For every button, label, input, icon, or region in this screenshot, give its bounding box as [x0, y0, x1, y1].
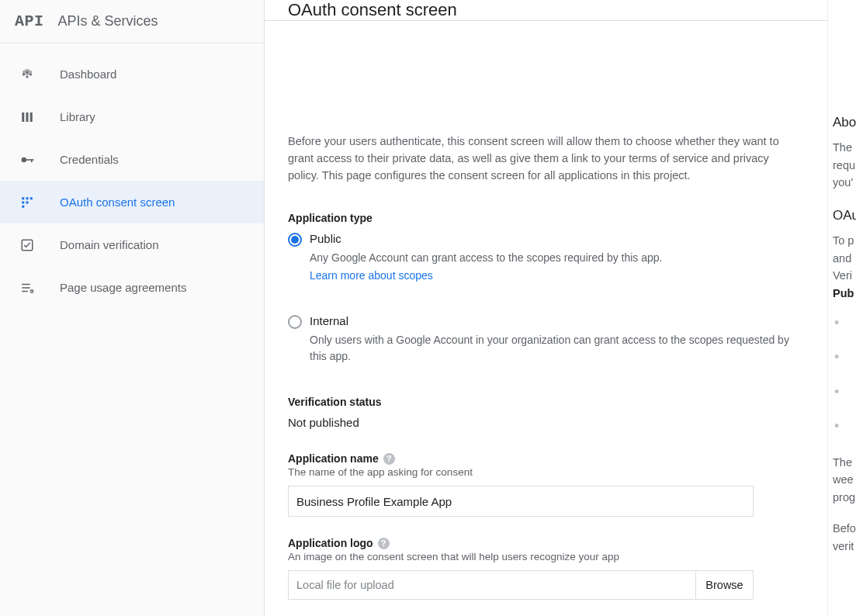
svg-rect-9: [31, 159, 33, 162]
svg-rect-8: [26, 159, 33, 161]
svg-rect-14: [26, 201, 29, 203]
sidebar-item-page-usage-agreements[interactable]: Page usage agreements: [0, 266, 264, 309]
nav-label: Credentials: [60, 153, 119, 166]
intro-text: Before your users authenticate, this con…: [288, 133, 800, 184]
info-bullet: [833, 316, 856, 333]
radio-internal[interactable]: [288, 315, 302, 329]
svg-rect-13: [22, 201, 24, 203]
svg-point-1: [26, 71, 29, 73]
info-bullet-list: [833, 316, 856, 437]
key-icon: [18, 151, 36, 169]
form-area: Before your users authenticate, this con…: [265, 21, 823, 616]
nav-label: Library: [60, 110, 95, 123]
app-name-field: Application name ? The name of the app a…: [288, 452, 800, 517]
page-header: OAuth consent screen: [265, 0, 827, 21]
app-name-help: The name of the app asking for consent: [288, 466, 800, 478]
file-upload-row: Browse: [288, 570, 754, 600]
logo-file-input[interactable]: [289, 571, 695, 599]
sidebar-header: API APIs & Services: [0, 0, 264, 43]
content: OAuth consent screen Before your users a…: [265, 0, 828, 616]
info-text: Befo verit: [833, 520, 856, 555]
info-text: The wee prog: [833, 454, 856, 506]
radio-public-desc: Any Google Account can grant access to t…: [310, 250, 800, 266]
svg-rect-11: [26, 197, 29, 199]
svg-rect-17: [22, 283, 30, 285]
app-logo-field: Application logo ? An image on the conse…: [288, 537, 800, 600]
verification-status-label: Verification status: [288, 396, 800, 408]
sidebar-item-oauth-consent[interactable]: OAuth consent screen: [0, 181, 264, 223]
sidebar-item-credentials[interactable]: Credentials: [0, 138, 264, 181]
sidebar-item-dashboard[interactable]: Dashboard: [0, 53, 264, 95]
svg-rect-6: [30, 112, 33, 122]
app-logo-label: Application logo: [288, 537, 373, 549]
consent-icon: [18, 193, 36, 212]
app-type-label: Application type: [288, 212, 800, 224]
sidebar: API APIs & Services Dashboard Library: [0, 0, 265, 616]
nav-label: Page usage agreements: [60, 281, 186, 294]
info-text: The requ you': [833, 139, 856, 191]
api-logo-icon: API: [15, 12, 44, 30]
svg-point-3: [26, 75, 29, 78]
help-icon[interactable]: ?: [378, 538, 390, 549]
sidebar-title: APIs & Services: [58, 13, 158, 29]
learn-more-scopes-link[interactable]: Learn more about scopes: [310, 269, 433, 282]
info-text: To p and Veri Pub: [833, 232, 856, 302]
main: OAuth consent screen Before your users a…: [265, 0, 856, 616]
svg-rect-18: [22, 287, 30, 289]
info-bullet: [833, 385, 856, 402]
radio-public[interactable]: [288, 233, 302, 247]
nav-label: Domain verification: [60, 238, 159, 251]
library-icon: [18, 108, 36, 126]
agreement-icon: [18, 279, 36, 297]
browse-button[interactable]: Browse: [695, 571, 753, 599]
svg-rect-10: [22, 197, 24, 199]
nav-label: OAuth consent screen: [60, 196, 175, 209]
sidebar-item-library[interactable]: Library: [0, 95, 264, 138]
svg-rect-5: [26, 112, 29, 122]
sidebar-item-domain-verification[interactable]: Domain verification: [0, 223, 264, 266]
radio-option-internal[interactable]: Internal Only users with a Google Accoun…: [288, 314, 800, 365]
info-heading-about: Abo: [833, 112, 856, 133]
svg-rect-4: [22, 112, 24, 122]
verification-status-value: Not published: [288, 416, 800, 429]
check-icon: [18, 236, 36, 254]
svg-point-2: [29, 73, 32, 75]
radio-public-title: Public: [310, 232, 341, 245]
sidebar-nav: Dashboard Library Credentials OAuth cons…: [0, 43, 264, 309]
radio-internal-title: Internal: [310, 314, 348, 327]
app-logo-help: An image on the consent screen that will…: [288, 551, 800, 562]
svg-point-7: [22, 157, 27, 162]
radio-internal-desc: Only users with a Google Account in your…: [310, 332, 800, 365]
app-name-input[interactable]: [288, 486, 754, 517]
svg-rect-15: [22, 205, 24, 207]
svg-rect-19: [22, 290, 28, 292]
radio-option-public[interactable]: Public Any Google Account can grant acce…: [288, 232, 800, 299]
svg-rect-12: [30, 197, 33, 199]
app-name-label: Application name: [288, 452, 379, 465]
info-bullet: [833, 419, 856, 436]
info-panel: Abo The requ you' OAu To p and Veri Pub …: [828, 0, 856, 616]
dashboard-icon: [18, 65, 36, 84]
svg-point-0: [23, 73, 25, 75]
nav-label: Dashboard: [60, 67, 116, 81]
help-icon[interactable]: ?: [383, 453, 395, 465]
info-bullet: [833, 350, 856, 367]
info-heading-oauth: OAu: [833, 206, 856, 226]
page-title: OAuth consent screen: [288, 0, 457, 20]
verification-status-block: Verification status Not published: [288, 396, 800, 429]
